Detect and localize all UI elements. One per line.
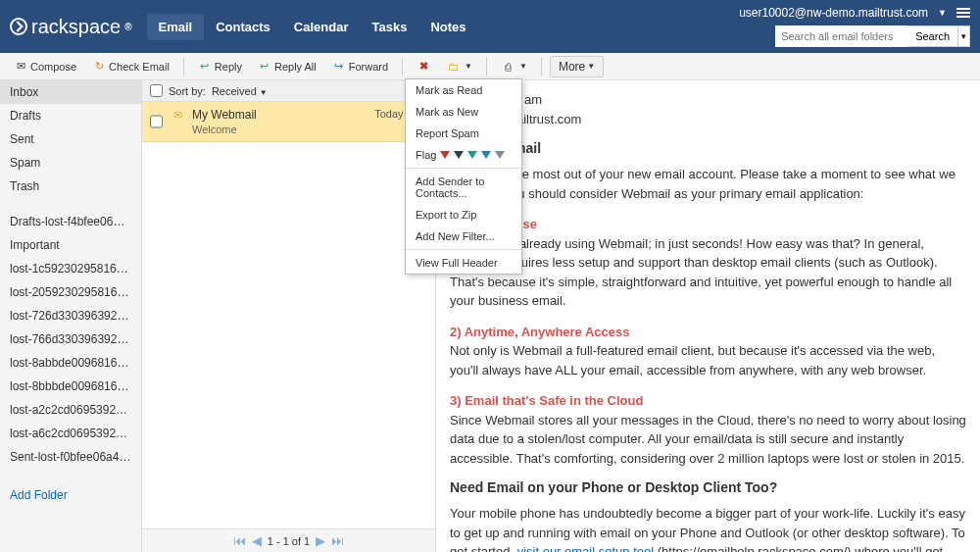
flag-blue-icon[interactable] bbox=[481, 151, 491, 159]
tab-contacts[interactable]: Contacts bbox=[204, 14, 282, 40]
section-title: Need Email on your Phone or Desktop Clie… bbox=[450, 477, 966, 498]
menu-mark-new[interactable]: Mark as New bbox=[406, 101, 521, 123]
chevron-down-icon: ▼ bbox=[587, 62, 595, 71]
reading-intro: way to get the most out of your new emai… bbox=[450, 165, 966, 203]
menu-view-header[interactable]: View Full Header bbox=[406, 252, 521, 274]
more-button[interactable]: More ▼ bbox=[550, 56, 604, 77]
logo[interactable]: rackspace® bbox=[10, 16, 132, 38]
pager: ⏮ ◀ 1 - 1 of 1 ▶ ⏭ bbox=[142, 528, 435, 552]
folder-trash[interactable]: Trash bbox=[0, 175, 141, 198]
menu-add-contact[interactable]: Add Sender to Contacts... bbox=[406, 171, 521, 204]
section-title: 3) Email that's Safe in the Cloud bbox=[450, 391, 966, 411]
folder-lost[interactable]: lost-1c59230295816c58527b0 bbox=[0, 257, 141, 280]
reading-title: pace Webmail bbox=[450, 138, 966, 159]
sort-value[interactable]: Received ▼ bbox=[212, 85, 268, 97]
delete-button[interactable]: ✖ bbox=[411, 57, 436, 76]
folder-lost[interactable]: lost-a6c2cd0695392d58af4e0 bbox=[0, 422, 141, 445]
folder-icon: 🗀 bbox=[446, 60, 460, 74]
reply-icon: ↩ bbox=[198, 60, 212, 74]
folder-lost[interactable]: lost-766d330396392d58af4e0 bbox=[0, 327, 141, 351]
folder-lost[interactable]: Drafts-lost-f4bfee06a46cae584 bbox=[0, 210, 141, 233]
message-list: Sort by: Received ▼ ✉ My Webmail Today 2… bbox=[142, 80, 436, 552]
logo-icon bbox=[10, 18, 27, 35]
check-email-button[interactable]: ↻ Check Email bbox=[86, 57, 175, 76]
folder-lost[interactable]: lost-726d330396392d58af4e0 bbox=[0, 304, 141, 327]
flag-gray-icon[interactable] bbox=[495, 151, 505, 159]
folder-lost[interactable]: Important bbox=[0, 233, 141, 257]
tab-notes[interactable]: Notes bbox=[418, 14, 477, 40]
compose-icon: ✉ bbox=[14, 60, 27, 74]
meta-domain: nw-demo.mailtrust.com bbox=[450, 110, 966, 129]
add-folder-link[interactable]: Add Folder bbox=[0, 480, 141, 510]
message-row[interactable]: ✉ My Webmail Today 2:13 Welcome bbox=[142, 102, 435, 142]
select-all-checkbox[interactable] bbox=[150, 84, 163, 97]
folder-spam[interactable]: Spam bbox=[0, 151, 141, 175]
page-first-icon[interactable]: ⏮ bbox=[233, 533, 246, 548]
compose-button[interactable]: ✉ Compose bbox=[8, 57, 82, 76]
separator bbox=[402, 58, 403, 75]
folder-drafts[interactable]: Drafts bbox=[0, 104, 141, 127]
header-right: user10002@nw-demo.mailtrust.com ▼ Search… bbox=[739, 6, 970, 47]
section-body: Well, you're already using Webmail; in j… bbox=[450, 234, 966, 311]
tab-email[interactable]: Email bbox=[147, 14, 205, 40]
meta-date: 2017 at 2:13 am bbox=[450, 90, 966, 110]
menu-mark-read[interactable]: Mark as Read bbox=[406, 79, 521, 101]
delete-icon: ✖ bbox=[416, 60, 430, 74]
search-row: Search ▾ bbox=[775, 25, 970, 47]
message-checkbox[interactable] bbox=[150, 108, 163, 135]
separator bbox=[183, 58, 184, 75]
menu-add-filter[interactable]: Add New Filter... bbox=[406, 226, 521, 247]
tab-calendar[interactable]: Calendar bbox=[282, 14, 361, 40]
user-label[interactable]: user10002@nw-demo.mailtrust.com bbox=[739, 6, 928, 20]
hamburger-icon[interactable] bbox=[956, 6, 970, 20]
message-sender: My Webmail bbox=[192, 108, 257, 122]
sidebar: Inbox Drafts Sent Spam Trash Drafts-lost… bbox=[0, 80, 142, 552]
folder-lost[interactable]: lost-8bbbde0096816c58527b0 bbox=[0, 375, 141, 398]
logo-text: rackspace bbox=[31, 16, 121, 38]
separator bbox=[486, 58, 487, 75]
section-body: Your mobile phone has undoubtedly become… bbox=[450, 504, 966, 552]
app-header: rackspace® Email Contacts Calendar Tasks… bbox=[0, 0, 980, 53]
tab-tasks[interactable]: Tasks bbox=[360, 14, 418, 40]
toolbar: ✉ Compose ↻ Check Email ↩ Reply ↩ Reply … bbox=[0, 53, 980, 80]
folder-sent[interactable]: Sent bbox=[0, 127, 141, 151]
folder-inbox[interactable]: Inbox bbox=[0, 80, 141, 104]
nav-tabs: Email Contacts Calendar Tasks Notes bbox=[147, 14, 478, 40]
message-subject: Welcome bbox=[192, 124, 427, 135]
print-icon: ⎙ bbox=[501, 60, 514, 74]
section-body: Since Webmail stores all your messages i… bbox=[450, 411, 966, 469]
header-left: rackspace® Email Contacts Calendar Tasks… bbox=[10, 14, 478, 40]
move-button[interactable]: 🗀 ▼ bbox=[440, 57, 478, 76]
reply-button[interactable]: ↩ Reply bbox=[192, 57, 248, 76]
sort-label: Sort by: bbox=[169, 85, 206, 97]
chevron-down-icon: ▼ bbox=[519, 62, 527, 71]
folder-lost[interactable]: lost-2059230295816c58527b0 bbox=[0, 280, 141, 304]
folder-lost[interactable]: lost-a2c2cd0695392d58af4e0 bbox=[0, 398, 141, 422]
menu-flag: Flag bbox=[406, 144, 521, 166]
reply-all-icon: ↩ bbox=[258, 60, 271, 74]
flag-dark-icon[interactable] bbox=[454, 151, 464, 159]
setup-tool-link[interactable]: visit our email setup tool bbox=[517, 544, 654, 552]
forward-icon: ↪ bbox=[332, 60, 346, 74]
search-input[interactable] bbox=[775, 25, 907, 47]
search-button[interactable]: Search bbox=[907, 25, 958, 47]
flag-green-icon[interactable] bbox=[467, 151, 477, 159]
page-last-icon[interactable]: ⏭ bbox=[331, 533, 344, 548]
folder-lost[interactable]: Sent-lost-f0bfee06a46cae584 bbox=[0, 445, 141, 469]
page-next-icon[interactable]: ▶ bbox=[316, 533, 325, 548]
search-dropdown[interactable]: ▾ bbox=[958, 25, 970, 47]
refresh-icon: ↻ bbox=[92, 60, 106, 74]
envelope-icon: ✉ bbox=[171, 108, 184, 122]
flag-red-icon[interactable] bbox=[440, 151, 450, 159]
chevron-down-icon: ▼ bbox=[465, 62, 472, 71]
reply-all-button[interactable]: ↩ Reply All bbox=[252, 57, 322, 76]
forward-button[interactable]: ↪ Forward bbox=[326, 57, 394, 76]
folder-lost[interactable]: lost-8abbde0096816c58527b0 bbox=[0, 351, 141, 375]
section-body: Not only is Webmail a full-featured emai… bbox=[450, 341, 966, 379]
section-title: 1) Easy to Use bbox=[450, 215, 966, 234]
menu-export-zip[interactable]: Export to Zip bbox=[406, 204, 521, 226]
menu-report-spam[interactable]: Report Spam bbox=[406, 123, 521, 144]
user-dropdown-icon[interactable]: ▼ bbox=[938, 8, 947, 18]
print-button[interactable]: ⎙ ▼ bbox=[495, 57, 533, 76]
page-prev-icon[interactable]: ◀ bbox=[252, 533, 262, 548]
